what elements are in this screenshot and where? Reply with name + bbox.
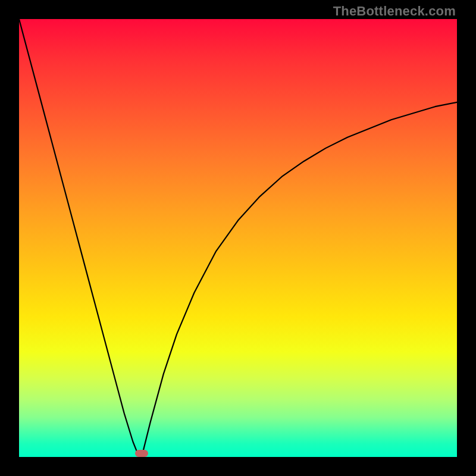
plot-area xyxy=(19,19,457,457)
bottleneck-curve xyxy=(19,19,457,457)
chart-frame: TheBottleneck.com xyxy=(0,0,476,476)
watermark-text: TheBottleneck.com xyxy=(333,4,456,19)
minimum-marker xyxy=(135,450,148,457)
curve-layer xyxy=(19,19,457,457)
